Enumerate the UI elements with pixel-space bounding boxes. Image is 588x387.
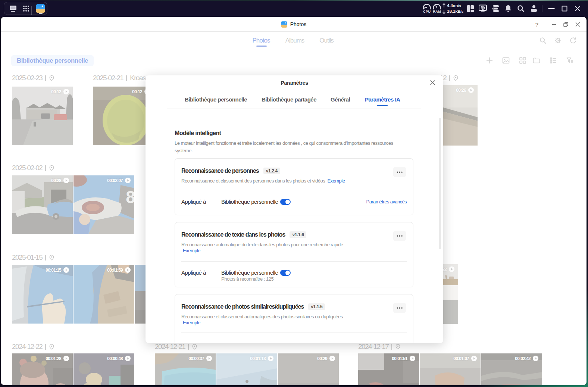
svg-text:RAM: RAM xyxy=(433,9,441,13)
svg-text:CPU: CPU xyxy=(423,9,431,13)
